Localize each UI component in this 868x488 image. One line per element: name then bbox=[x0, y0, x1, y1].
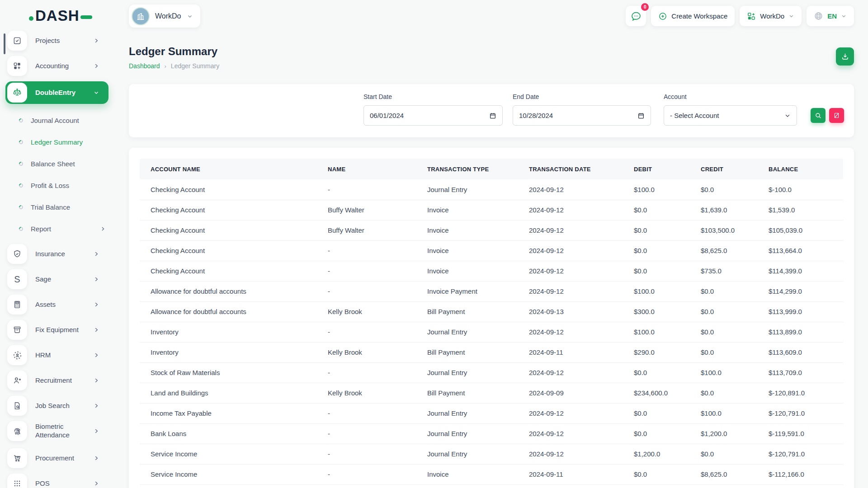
language-selector[interactable]: EN bbox=[807, 6, 854, 26]
submenu-item-trial-balance[interactable]: Trial Balance bbox=[0, 196, 116, 218]
table-cell: $-120,791.0 bbox=[758, 444, 843, 464]
table-cell: Checking Account bbox=[140, 261, 317, 281]
table-cell: $100.0 bbox=[623, 281, 690, 301]
breadcrumb-dashboard-link[interactable]: Dashboard bbox=[129, 62, 160, 70]
sidebar-item-projects[interactable]: Projects bbox=[7, 31, 109, 51]
submenu-item-label: Ledger Summary bbox=[31, 138, 116, 146]
sidebar-item-biometric-attendance[interactable]: Biometric Attendance bbox=[7, 421, 109, 441]
table-cell: $113,899.0 bbox=[758, 322, 843, 342]
sidebar-item-assets[interactable]: Assets bbox=[7, 295, 109, 314]
ledger-table-card: ACCOUNT NAME NAME TRANSACTION TYPE TRANS… bbox=[129, 148, 854, 488]
table-cell: - bbox=[317, 322, 416, 342]
table-cell: 2024-09-12 bbox=[518, 261, 623, 281]
chevron-right-icon bbox=[93, 38, 99, 44]
sidebar-item-fix-equipment[interactable]: Fix Equipment bbox=[7, 320, 109, 340]
calendar-icon[interactable] bbox=[637, 112, 645, 119]
chevron-right-icon bbox=[93, 352, 99, 358]
table-cell: Kelly Brook bbox=[317, 301, 416, 322]
sidebar-item-procurement[interactable]: Procurement bbox=[7, 448, 109, 468]
sage-letter-icon: S bbox=[7, 269, 27, 289]
table-cell: $100.0 bbox=[623, 179, 690, 200]
table-cell: Bank Loans bbox=[140, 423, 317, 444]
export-button[interactable] bbox=[836, 47, 854, 66]
table-cell: - bbox=[317, 423, 416, 444]
submenu-item-profit-loss[interactable]: Profit & Loss bbox=[0, 174, 116, 196]
table-cell: $1,200.0 bbox=[690, 423, 758, 444]
filter-search-button[interactable] bbox=[811, 108, 826, 123]
sidebar-scrollbar-thumb[interactable] bbox=[4, 33, 5, 54]
sidebar-item-sage[interactable]: S Sage bbox=[7, 269, 109, 289]
sidebar-item-pos[interactable]: POS bbox=[7, 474, 109, 488]
table-cell: $-120,791.0 bbox=[758, 403, 843, 423]
search-icon bbox=[815, 112, 822, 119]
column-header-transaction-date: TRANSACTION DATE bbox=[518, 159, 623, 179]
table-cell: $0.0 bbox=[623, 403, 690, 423]
table-cell: Buffy Walter bbox=[317, 220, 416, 240]
workspace-switcher[interactable]: WorkDo bbox=[129, 5, 200, 28]
table-cell: $0.0 bbox=[623, 423, 690, 444]
table-cell: 2024-09-12 bbox=[518, 444, 623, 464]
calendar-icon[interactable] bbox=[489, 112, 496, 119]
table-cell: $-119,591.0 bbox=[758, 423, 843, 444]
table-cell: Bill Payment bbox=[416, 301, 518, 322]
column-header-transaction-type: TRANSACTION TYPE bbox=[416, 159, 518, 179]
sidebar-item-job-search[interactable]: Job Search bbox=[7, 396, 109, 416]
table-cell: Allowance for doubtful accounts bbox=[140, 281, 317, 301]
table-cell: $0.0 bbox=[690, 281, 758, 301]
workspace-menu-button[interactable]: WorkDo bbox=[740, 6, 802, 26]
chevron-right-icon bbox=[93, 403, 99, 409]
start-date-input[interactable]: 06/01/2024 bbox=[363, 105, 503, 126]
table-cell: Invoice bbox=[416, 200, 518, 220]
shopping-cart-icon bbox=[7, 448, 27, 468]
start-date-value: 06/01/2024 bbox=[370, 112, 404, 119]
submenu-item-journal-account[interactable]: Journal Account bbox=[0, 109, 116, 131]
submenu-item-label: Journal Account bbox=[31, 117, 116, 124]
header-row: ACCOUNT NAME NAME TRANSACTION TYPE TRANS… bbox=[140, 159, 843, 179]
header-actions: 0 Create Workspace WorkDo bbox=[626, 6, 854, 26]
chevron-right-icon bbox=[93, 327, 99, 333]
submenu-item-report[interactable]: Report bbox=[0, 218, 116, 239]
sidebar-item-accounting[interactable]: Accounting bbox=[7, 56, 109, 76]
user-plus-icon bbox=[7, 371, 27, 390]
table-cell: $113,709.0 bbox=[758, 362, 843, 383]
submenu-item-balance-sheet[interactable]: Balance Sheet bbox=[0, 153, 116, 174]
sidebar-item-label: Assets bbox=[35, 300, 93, 309]
table-row: Service Income-Journal Entry2024-09-12$1… bbox=[140, 444, 843, 464]
submenu-item-ledger-summary[interactable]: Ledger Summary bbox=[0, 131, 116, 153]
page-title: Ledger Summary bbox=[129, 45, 217, 58]
table-row: Allowance for doubtful accounts-Invoice … bbox=[140, 281, 843, 301]
chevron-right-icon bbox=[93, 455, 99, 461]
sidebar-item-label: Procurement bbox=[35, 454, 93, 463]
table-cell: Service Income bbox=[140, 464, 317, 484]
filter-reset-button[interactable] bbox=[829, 108, 844, 123]
logo-dot-icon bbox=[29, 16, 33, 21]
sidebar-item-doubleentry[interactable]: DoubleEntry bbox=[5, 81, 108, 104]
table-cell: $100.0 bbox=[690, 403, 758, 423]
archive-box-icon bbox=[7, 320, 27, 340]
sidebar-item-insurance[interactable]: Insurance bbox=[7, 244, 109, 264]
table-row: Checking AccountBuffy WalterInvoice2024-… bbox=[140, 220, 843, 240]
table-cell: 2024-09-09 bbox=[518, 383, 623, 403]
breadcrumb-separator-icon: › bbox=[165, 63, 166, 70]
sidebar-item-hrm[interactable]: HRM bbox=[7, 345, 109, 365]
column-header-account-name: ACCOUNT NAME bbox=[140, 159, 317, 179]
brand-logo[interactable]: DASH bbox=[29, 8, 92, 23]
chevron-right-icon bbox=[93, 428, 99, 434]
table-cell: $0.0 bbox=[623, 464, 690, 484]
table-cell: Invoice bbox=[416, 240, 518, 261]
balance-scale-icon bbox=[7, 83, 27, 103]
bullet-icon bbox=[18, 139, 24, 145]
create-workspace-button[interactable]: Create Workspace bbox=[651, 6, 735, 26]
breadcrumb-current: Ledger Summary bbox=[171, 62, 219, 70]
building-icon bbox=[136, 11, 146, 21]
table-cell: $100.0 bbox=[690, 362, 758, 383]
bullet-icon bbox=[18, 183, 24, 188]
end-date-input[interactable]: 10/28/2024 bbox=[513, 105, 651, 126]
chevron-down-icon bbox=[784, 113, 791, 119]
account-select[interactable]: - Select Account bbox=[664, 105, 797, 126]
table-cell: $1,539.0 bbox=[758, 200, 843, 220]
sidebar-item-recruitment[interactable]: Recruitment bbox=[7, 371, 109, 390]
messages-button[interactable]: 0 bbox=[626, 6, 646, 26]
sidebar-item-label: Projects bbox=[35, 37, 93, 45]
bullet-icon bbox=[18, 226, 24, 232]
